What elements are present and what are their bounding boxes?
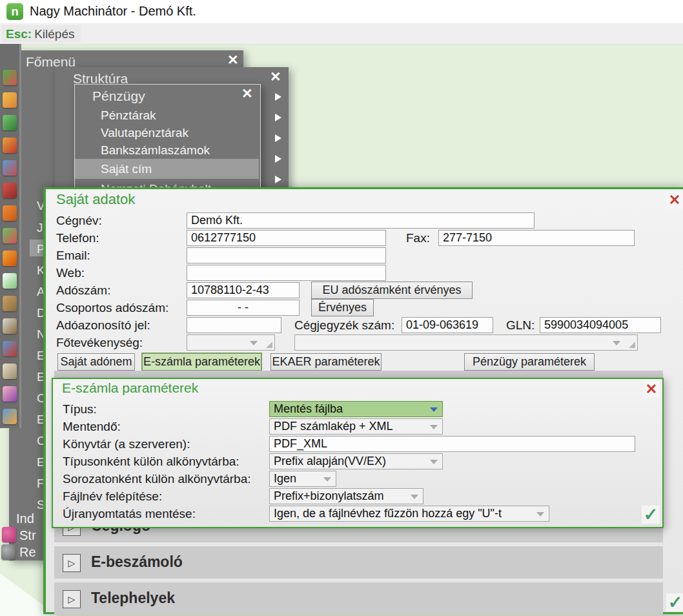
gln-label: GLN:: [506, 318, 535, 333]
cegjegyzek-input[interactable]: 01-09-063619: [402, 317, 493, 333]
gln-input[interactable]: 5990034094005: [540, 317, 661, 333]
banknotes-icon[interactable]: [3, 115, 17, 130]
sorozatonkent-select[interactable]: Igen: [269, 471, 336, 487]
select-value: Igen, de a fájlnévhez fűzzön hozzá egy "…: [274, 507, 502, 520]
menu-fragment: J: [37, 221, 43, 235]
email-label: Email:: [56, 249, 90, 263]
tipusonkent-select[interactable]: Prefix alapján(VV/EX): [269, 453, 443, 469]
chevron-down-icon: [430, 407, 438, 412]
sajat-adatok-ok-check-icon[interactable]: ✓: [666, 593, 683, 611]
resize-handle-icon[interactable]: [266, 342, 272, 348]
cash-register-icon[interactable]: [3, 318, 17, 334]
menubar: [0, 23, 683, 45]
menu-item-penztarak[interactable]: Pénztárak: [75, 107, 259, 124]
accordion-ebeszamolo[interactable]: ▷ E-beszámoló: [54, 546, 663, 579]
web-label: Web:: [56, 266, 85, 280]
furniture-icon[interactable]: [3, 364, 17, 379]
eszamla-title: E-számla paraméterek: [62, 380, 198, 396]
konyvtar-input[interactable]: PDF_XML: [269, 436, 635, 452]
adoazonosito-input[interactable]: [187, 317, 281, 333]
resize-handle-icon[interactable]: [629, 342, 635, 348]
penzugy-close-icon[interactable]: ✕: [241, 87, 253, 100]
eszamla-close-icon[interactable]: ✕: [643, 381, 660, 398]
window-title: Nagy Machinátor - Demó Kft.: [30, 4, 196, 19]
expand-arrow-icon[interactable]: ▷: [63, 554, 81, 572]
chevron-down-icon: [250, 341, 258, 345]
menu-item-label: Saját cím: [101, 162, 152, 176]
submenu-arrow-icon: [275, 93, 281, 101]
cegjegyzek-label: Cégjegyzék szám:: [294, 318, 394, 333]
fotevekenyseg-name-select[interactable]: [294, 334, 638, 351]
fomenu-item-str[interactable]: Str: [19, 528, 36, 543]
cube-icon[interactable]: [2, 527, 16, 542]
menu-item-valutapenztarak[interactable]: Valutapénztárak: [75, 124, 259, 141]
eszamla-parameterek-button[interactable]: E-számla paraméterek: [141, 353, 262, 371]
flask-icon[interactable]: [3, 251, 17, 266]
chevron-down-icon: [323, 477, 331, 482]
ujranyomtatas-select[interactable]: Igen, de a fájlnévhez fűzzön hozzá egy "…: [269, 506, 549, 522]
struktura-close-icon[interactable]: ✕: [270, 70, 281, 83]
cegnev-label: Cégnév:: [56, 214, 102, 228]
submenu-arrow-icon: [275, 134, 281, 142]
people-icon[interactable]: [3, 386, 17, 402]
box-icon[interactable]: [3, 183, 17, 198]
ekaer-parameterek-button[interactable]: EKAER paraméterek: [270, 353, 382, 371]
tipus-select[interactable]: Mentés fájlba: [269, 401, 443, 417]
ervenyes-button[interactable]: Érvényes: [311, 299, 374, 316]
basket-icon[interactable]: [3, 70, 17, 85]
menubar-item-kilepes[interactable]: Esc: Kilépés: [2, 25, 81, 43]
bar-chart-icon[interactable]: [3, 228, 17, 243]
adoszam-label: Adószám:: [56, 283, 110, 298]
mentendo-select[interactable]: PDF számlakép + XML: [269, 418, 443, 435]
penzugy-parameterek-button[interactable]: Pénzügy paraméterek: [464, 353, 595, 371]
house-icon[interactable]: [3, 341, 17, 356]
telefon-label: Telefon:: [56, 231, 99, 245]
menu-item-bankszamlaszamok[interactable]: Bankszámlaszámok: [75, 141, 259, 159]
submenu-arrow-icon: [275, 176, 281, 183]
penzugy-title: Pénzügy: [92, 88, 145, 104]
eu-adoszam-button[interactable]: EU adószámként érvényes: [311, 282, 473, 299]
menu-item-label: Pénztárak: [101, 108, 156, 123]
telefon-input[interactable]: 0612777150: [187, 230, 386, 246]
coins-icon[interactable]: [3, 138, 17, 153]
app-root: n Nagy Machinátor - Demó Kft. Esc: Kilép…: [0, 0, 683, 616]
gears-icon[interactable]: [1, 544, 15, 560]
select-value: Igen: [274, 472, 296, 486]
expand-arrow-icon[interactable]: ▷: [63, 590, 81, 608]
blocks-icon[interactable]: [3, 160, 17, 176]
konyvtar-label: Könyvtár (a szerveren):: [63, 437, 190, 451]
csoportos-adoszam-input[interactable]: - -: [187, 300, 300, 316]
fotevekenyseg-code-select[interactable]: [187, 334, 275, 351]
eszamla-ok-check-icon[interactable]: ✓: [642, 506, 660, 524]
book-icon[interactable]: [3, 205, 17, 221]
fomenu-close-icon[interactable]: ✕: [227, 54, 239, 67]
fax-label: Fax:: [406, 231, 430, 245]
chevron-down-icon: [613, 341, 620, 345]
fax-input[interactable]: 277-7150: [438, 230, 635, 246]
document-icon[interactable]: [3, 273, 17, 289]
web-input[interactable]: [187, 265, 386, 281]
fomenu-item-ind[interactable]: Ind: [16, 511, 34, 526]
ujranyomtatas-label: Újranyomtatás mentése:: [63, 507, 196, 521]
sajat-adonem-button[interactable]: Saját adónem: [57, 353, 135, 371]
mentendo-label: Mentendő:: [63, 420, 121, 434]
menu-item-sajat-cim[interactable]: Saját cím: [75, 159, 259, 179]
select-value: Prefix+bizonylatszám: [274, 489, 384, 503]
packages-icon[interactable]: [3, 296, 17, 311]
sajat-adatok-close-icon[interactable]: ✕: [666, 192, 683, 209]
email-input[interactable]: [187, 247, 386, 263]
window-titlebar: n Nagy Machinátor - Demó Kft.: [0, 0, 683, 23]
adoszam-input[interactable]: 10788110-2-43: [187, 282, 300, 298]
fomenu-item-re[interactable]: Re: [19, 545, 36, 560]
tipusonkent-label: Típusonként külön alkönyvtárba:: [63, 455, 240, 469]
kilepes-label: Kilépés: [34, 27, 74, 41]
accordion-telephelyek[interactable]: ▷ Telephelyek: [54, 582, 663, 615]
truck-icon[interactable]: [3, 409, 17, 424]
accordion-label: E-beszámoló: [91, 553, 183, 571]
cart-icon[interactable]: [3, 92, 17, 108]
sorozatonkent-label: Sorozatonként külön alkönyvtárba:: [63, 472, 251, 486]
menu-item-label: Bankszámlaszámok: [101, 143, 210, 158]
select-value: Prefix alapján(VV/EX): [274, 455, 386, 468]
cegnev-input[interactable]: Demó Kft.: [187, 212, 535, 229]
fajlnev-select[interactable]: Prefix+bizonylatszám: [269, 488, 423, 504]
